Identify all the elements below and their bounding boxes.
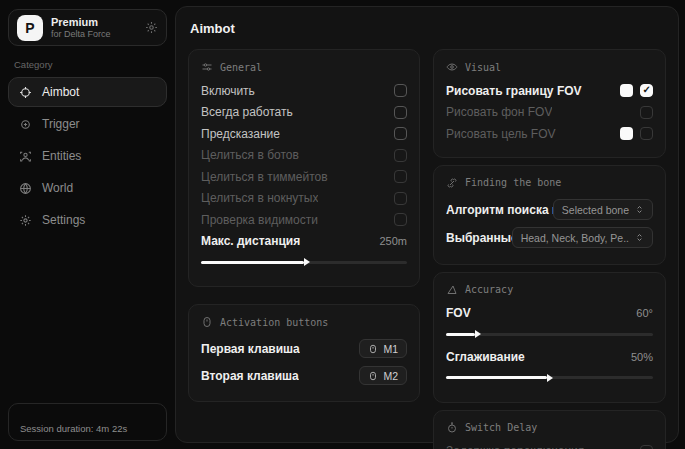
slider-track [201,261,407,264]
switch-delay-card: Switch Delay Задержка переключения Задер… [433,410,666,449]
section-title: General [220,62,262,73]
bone-algorithm-select[interactable]: Selected bone [553,199,653,220]
fov-slider[interactable] [446,329,653,339]
toggle-row-enable: Включить [201,80,407,102]
slider-label: Макс. дистанция [201,234,300,248]
activation-buttons-card: Activation buttons Первая клавиша M1 [188,304,420,402]
checkbox[interactable] [394,106,407,119]
color-swatch[interactable] [620,127,633,140]
dropdown-value: Head, Neck, Body, Pe.. [521,232,629,244]
timer-icon [446,422,458,434]
slider-label: FOV [446,306,471,320]
section-title: Activation buttons [220,317,328,328]
smoothing-slider[interactable] [446,373,653,383]
checkbox[interactable] [394,127,407,140]
toggle-label: Включить [201,84,255,98]
accuracy-section-header: Accuracy [446,284,653,296]
fov-row: FOV 60° [446,303,653,325]
keybind-badge[interactable]: M2 [359,366,407,385]
checkbox[interactable] [640,127,653,140]
sidebar-item-world[interactable]: World [8,173,167,203]
selected-bones-select[interactable]: Head, Neck, Body, Pe.. [512,227,653,248]
keybind-value: M2 [383,370,398,382]
bone-icon [446,177,458,189]
brand-card: P Premium for Delta Force [8,9,167,46]
session-duration-box: Session duration: 4m 22s [8,403,167,441]
category-label: Category [14,59,161,70]
mouse-icon [201,316,213,328]
visual-label: Рисовать фон FOV [446,105,552,119]
slider-value: 250m [379,235,407,247]
sidebar-item-settings[interactable]: Settings [8,205,167,235]
slider-fill[interactable] [446,376,547,379]
toggle-label: Задержка переключения [446,444,584,449]
keybind-value: M1 [383,343,398,355]
brand-logo: P [17,15,43,41]
sidebar: P Premium for Delta Force Category Aimbo… [0,0,175,449]
checkbox[interactable] [640,445,653,449]
slider-fill[interactable] [201,261,304,264]
settings-gear-icon [19,214,32,227]
section-title: Switch Delay [465,422,537,433]
bone-section-header: Finding the bone [446,177,653,189]
accuracy-card: Accuracy FOV 60° Сглаживание 50% [433,272,666,403]
sidebar-item-label: Trigger [42,117,80,131]
checkbox[interactable] [394,192,407,205]
toggle-label: Всегда работать [201,105,293,119]
slider-label: Сглаживание [446,350,525,364]
color-swatch[interactable] [620,84,633,97]
chevron-up-down-icon [635,233,644,242]
sidebar-item-entities[interactable]: Entities [8,141,167,171]
checkbox[interactable] [640,84,653,97]
visual-row-fov-background: Рисовать фон FOV [446,102,653,124]
keybind-row-second: Вторая клавиша M2 [201,362,407,389]
sidebar-item-aimbot[interactable]: Aimbot [8,77,167,107]
section-title: Finding the bone [465,177,561,188]
dropdown-value: Selected bone [562,204,629,216]
checkbox[interactable] [394,84,407,97]
visual-row-fov-target: Рисовать цель FOV [446,123,653,145]
slider-fill[interactable] [446,333,475,336]
brand-text: Premium for Delta Force [51,16,111,40]
toggle-label: Целиться в нокнутых [201,191,318,205]
globe-icon [19,182,32,195]
sidebar-item-label: Settings [42,213,85,227]
mouse-icon [368,371,378,381]
keybind-label: Первая клавиша [201,342,300,356]
keybind-row-first: Первая клавиша M1 [201,335,407,362]
sidebar-item-label: Entities [42,149,81,163]
checkbox[interactable] [640,106,653,119]
slider-track [446,376,653,379]
sliders-icon [201,61,213,73]
switch-delay-toggle-row: Задержка переключения [446,441,653,449]
checkbox[interactable] [394,170,407,183]
entities-icon [19,150,32,163]
eye-icon [446,61,458,73]
toggle-label: Целиться в тиммейтов [201,170,328,184]
keybind-badge[interactable]: M1 [359,339,407,358]
visual-section-header: Visual [446,61,653,73]
slider-value: 50% [631,351,653,363]
gear-icon[interactable] [145,21,158,34]
checkbox[interactable] [394,149,407,162]
app-window: P Premium for Delta Force Category Aimbo… [0,0,685,449]
toggle-label: Предсказание [201,127,280,141]
dropdown-label: Алгоритм поиска кост [446,203,553,217]
max-distance-slider[interactable] [201,257,407,267]
section-title: Visual [465,62,501,73]
toggle-row-target-knocked: Целиться в нокнутых [201,188,407,210]
crosshair-icon [19,86,32,99]
sidebar-item-trigger[interactable]: Trigger [8,109,167,139]
switch-delay-section-header: Switch Delay [446,422,653,434]
finding-bone-card: Finding the bone Алгоритм поиска кост Se… [433,165,666,265]
chevron-up-down-icon [635,205,644,214]
visual-row-fov-border: Рисовать границу FOV [446,80,653,102]
bone-algorithm-row: Алгоритм поиска кост Selected bone [446,196,653,224]
toggle-label: Целиться в ботов [201,148,299,162]
sidebar-item-label: World [42,181,73,195]
toggle-row-visibility-check: Проверка видимости [201,209,407,231]
checkbox[interactable] [394,213,407,226]
selected-bones-row: Выбранные кос Head, Neck, Body, Pe.. [446,224,653,252]
angle-icon [446,284,458,296]
toggle-row-always-work: Всегда работать [201,102,407,124]
